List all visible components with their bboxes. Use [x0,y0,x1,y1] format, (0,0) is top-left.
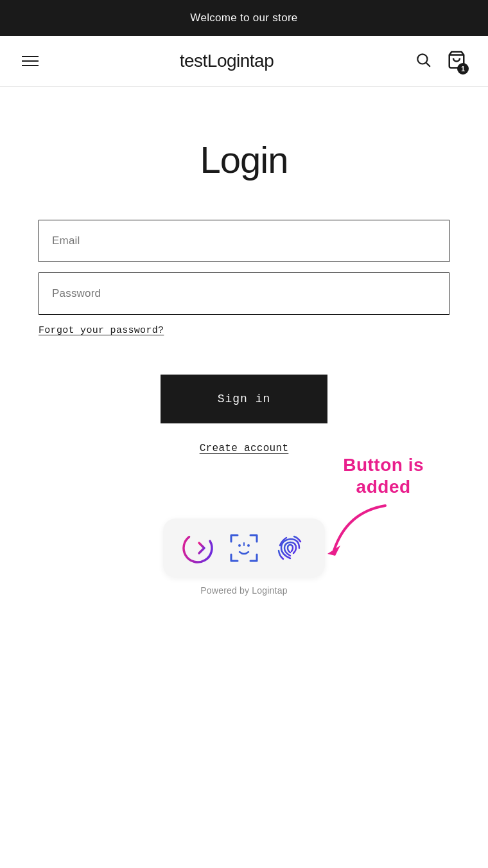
email-field[interactable] [39,220,449,262]
sign-in-button[interactable]: Sign in [161,375,327,423]
search-icon[interactable] [412,49,434,73]
fingerprint-icon[interactable] [271,529,309,567]
svg-point-6 [247,544,250,547]
login-form: Forgot your password? Sign in Create acc… [39,220,449,454]
header-icons: 1 [412,48,469,75]
menu-icon[interactable] [19,53,41,69]
page-title: Login [200,138,288,181]
top-banner: Welcome to our store [0,0,488,36]
svg-point-5 [238,544,241,547]
password-field[interactable] [39,272,449,315]
powered-by-label: Powered by Logintap [200,585,287,596]
forgot-password-link[interactable]: Forgot your password? [39,325,164,336]
banner-text: Welcome to our store [190,12,297,24]
store-logo: testLogintap [180,51,274,71]
header: testLogintap 1 [0,36,488,87]
logintap-widget [163,518,325,578]
main-content: Login Forgot your password? Sign in Crea… [0,87,488,634]
annotation-label: Button is added [343,454,424,497]
annotation-arrow-icon [321,499,398,566]
create-account-link[interactable]: Create account [200,443,289,454]
cart-icon[interactable]: 1 [444,48,469,75]
sso-icon[interactable] [179,529,217,567]
svg-point-0 [417,54,427,64]
cart-badge: 1 [457,63,469,75]
auth-widget-wrapper: Powered by Logintap [163,461,325,596]
svg-point-4 [180,530,216,566]
faceid-icon[interactable] [225,529,263,567]
svg-line-1 [426,63,430,67]
